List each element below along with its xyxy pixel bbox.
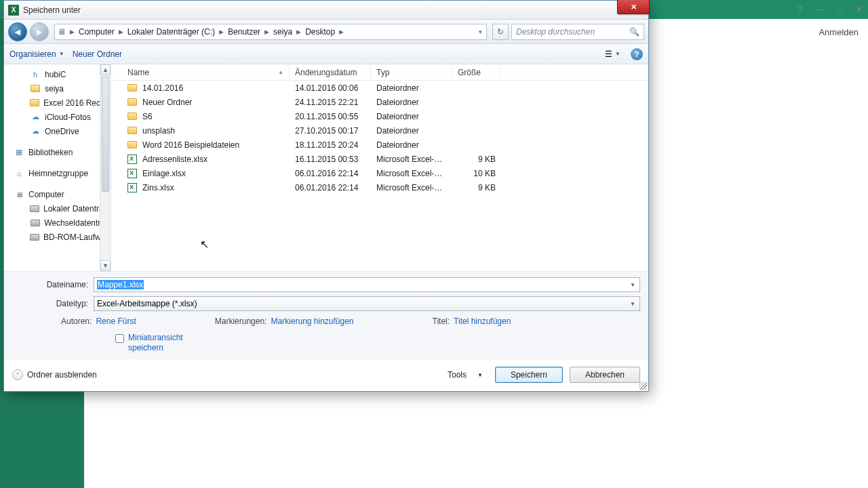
title-label: Titel:	[433, 317, 450, 326]
chevron-down-icon[interactable]: ▼	[627, 298, 638, 309]
bottom-panel: Dateiname: Mappe1.xlsx ▼ Dateityp: Excel…	[4, 271, 648, 360]
folder-icon	[127, 127, 137, 134]
list-item[interactable]: 14.01.201614.01.2016 00:06Dateiordner	[111, 81, 648, 95]
tree-item[interactable]: hhubiC	[4, 67, 111, 81]
tree-drive[interactable]: Lokaler Datenträg	[4, 201, 111, 216]
tree-item[interactable]: seiya	[4, 81, 111, 96]
list-item[interactable]: Adressenliste.xlsx16.11.2015 00:53Micros…	[111, 152, 648, 166]
list-header[interactable]: Name▲ Änderungsdatum Typ Größe	[111, 64, 648, 81]
dialog-title: Speichern unter	[23, 5, 81, 15]
excel-file-icon	[127, 169, 137, 178]
authors-label: Autoren:	[61, 317, 92, 326]
filename-input[interactable]: Mappe1.xlsx ▼	[94, 277, 640, 292]
thumbnail-checkbox[interactable]	[115, 334, 124, 343]
bg-close-icon[interactable]: ✕	[856, 5, 863, 14]
search-placeholder: Desktop durchsuchen	[516, 27, 595, 37]
tree-network[interactable]: ⌂Heimnetzgruppe	[4, 166, 111, 180]
breadcrumb-item[interactable]: Desktop	[302, 27, 338, 37]
chevron-up-icon: ˄	[12, 369, 23, 380]
dialog-footer: ˄ Ordner ausblenden Tools ▼ Speichern Ab…	[4, 360, 648, 391]
filetype-value: Excel-Arbeitsmappe (*.xlsx)	[97, 299, 197, 308]
help-button[interactable]: ?	[631, 48, 643, 60]
title-value[interactable]: Titel hinzufügen	[454, 317, 511, 326]
filetype-select[interactable]: Excel-Arbeitsmappe (*.xlsx) ▼	[94, 296, 640, 311]
tags-label: Markierungen:	[215, 317, 267, 326]
chevron-down-icon: ▼	[615, 51, 620, 57]
file-list: Name▲ Änderungsdatum Typ Größe 14.01.201…	[111, 64, 648, 271]
col-date[interactable]: Änderungsdatum	[290, 64, 371, 80]
excel-icon: X	[8, 5, 19, 16]
tools-menu[interactable]: Tools ▼	[448, 370, 483, 380]
filetype-label: Dateityp:	[12, 299, 94, 308]
list-item[interactable]: Neuer Ordner24.11.2015 22:21Dateiordner	[111, 95, 648, 109]
folder-icon	[127, 141, 137, 148]
hide-folders-button[interactable]: ˄ Ordner ausblenden	[12, 369, 97, 380]
save-button[interactable]: Speichern	[495, 367, 563, 383]
breadcrumb-item[interactable]: seiya	[271, 27, 295, 37]
list-item[interactable]: Zins.xlsx06.01.2016 22:14Microsoft Excel…	[111, 180, 648, 195]
chevron-down-icon: ▼	[59, 51, 64, 57]
tree-libraries[interactable]: ▦Bibliotheken	[4, 145, 111, 159]
breadcrumb-item[interactable]: Benutzer	[225, 27, 263, 37]
excel-file-icon	[127, 155, 137, 164]
list-item[interactable]: S620.11.2015 00:55Dateiordner	[111, 109, 648, 123]
tree-drive[interactable]: BD-ROM-Laufwe	[4, 230, 111, 244]
col-name[interactable]: Name▲	[111, 64, 290, 80]
col-type[interactable]: Typ	[371, 64, 452, 80]
scroll-down-icon[interactable]: ▼	[100, 260, 111, 271]
tree-item[interactable]: ☁OneDrive	[4, 124, 111, 138]
login-link[interactable]: Anmelden	[818, 27, 859, 37]
tags-value[interactable]: Markierung hinzufügen	[271, 317, 353, 326]
dialog-body: hhubiC seiya Excel 2016 Rechn ☁iCloud-Fo…	[4, 64, 648, 271]
tree-item[interactable]: ☁iCloud-Fotos	[4, 110, 111, 124]
scroll-up-icon[interactable]: ▲	[100, 64, 111, 75]
dialog-title-bar: X Speichern unter ✕	[4, 1, 648, 20]
new-folder-button[interactable]: Neuer Ordner	[73, 49, 122, 59]
nav-bar: ◄ ► 🖥▶ Computer▶ Lokaler Datenträger (C:…	[4, 20, 648, 44]
filename-label: Dateiname:	[12, 280, 94, 289]
search-input[interactable]: Desktop durchsuchen 🔍	[511, 24, 644, 40]
thumbnail-label[interactable]: Miniaturansichtspeichern	[128, 333, 183, 353]
bg-minimize-icon[interactable]: —	[816, 5, 824, 14]
list-view-icon: ☰	[605, 49, 612, 59]
tree-computer[interactable]: 🖥Computer	[4, 187, 111, 201]
breadcrumb[interactable]: 🖥▶ Computer▶ Lokaler Datenträger (C:)▶ B…	[54, 24, 487, 40]
breadcrumb-dropdown-icon[interactable]: ▾	[477, 28, 486, 35]
tree-drive[interactable]: Wechseldatenträ	[4, 216, 111, 230]
breadcrumb-item[interactable]: Computer	[76, 27, 117, 37]
list-item[interactable]: Einlage.xlsx06.01.2016 22:14Microsoft Ex…	[111, 166, 648, 180]
organize-menu[interactable]: Organisieren ▼	[9, 49, 64, 59]
tree-item[interactable]: Excel 2016 Rechn	[4, 96, 111, 110]
list-rows[interactable]: 14.01.201614.01.2016 00:06DateiordnerNeu…	[111, 81, 648, 271]
list-item[interactable]: unsplash27.10.2015 00:17Dateiordner	[111, 123, 648, 138]
search-icon: 🔍	[629, 27, 639, 37]
scroll-thumb[interactable]	[102, 77, 109, 192]
tree-scrollbar[interactable]: ▲ ▼	[100, 64, 111, 271]
back-button[interactable]: ◄	[8, 22, 27, 41]
folder-icon	[127, 84, 137, 92]
filename-value: Mappe1.xlsx	[97, 280, 144, 289]
folder-icon	[127, 113, 137, 120]
col-size[interactable]: Größe	[452, 64, 501, 80]
forward-button[interactable]: ►	[30, 22, 49, 41]
breadcrumb-item[interactable]: Lokaler Datenträger (C:)	[125, 27, 218, 37]
refresh-button[interactable]: ↻	[492, 24, 509, 40]
folder-icon	[127, 98, 137, 106]
list-item[interactable]: Word 2016 Beispieldateien18.11.2015 20:2…	[111, 138, 648, 152]
bg-help-icon[interactable]: ?	[797, 5, 802, 14]
bg-maximize-icon[interactable]: □	[837, 5, 842, 14]
excel-file-icon	[127, 183, 137, 192]
resize-grip[interactable]	[639, 382, 647, 390]
view-mode-button[interactable]: ☰ ▼	[600, 47, 625, 61]
close-button[interactable]: ✕	[617, 0, 650, 14]
save-as-dialog: X Speichern unter ✕ ◄ ► 🖥▶ Computer▶ Lok…	[3, 0, 649, 392]
computer-icon: 🖥	[55, 27, 68, 37]
chevron-down-icon[interactable]: ▼	[627, 279, 638, 290]
cancel-button[interactable]: Abbrechen	[570, 367, 640, 383]
folder-tree[interactable]: hhubiC seiya Excel 2016 Rechn ☁iCloud-Fo…	[4, 64, 111, 271]
toolbar: Organisieren ▼ Neuer Ordner ☰ ▼ ?	[4, 44, 648, 64]
authors-value[interactable]: Rene Fürst	[96, 317, 136, 326]
